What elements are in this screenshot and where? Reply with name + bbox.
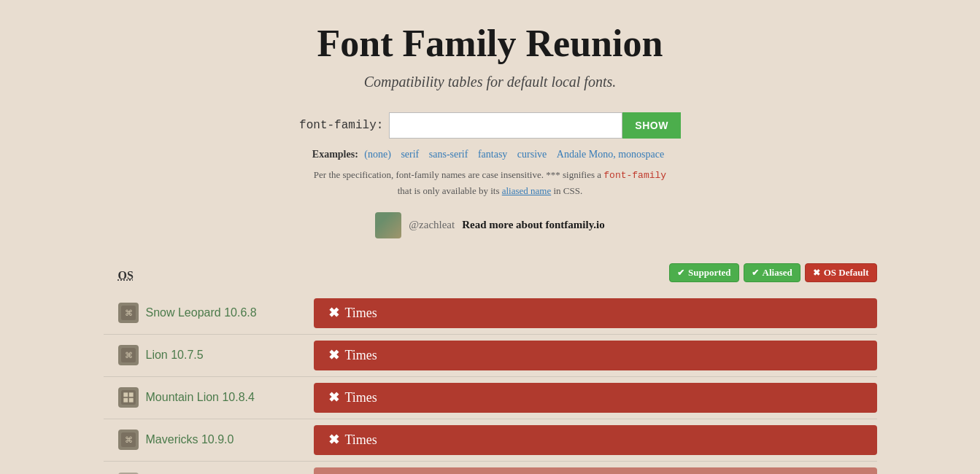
font-name: Times: [345, 306, 377, 321]
os-name: Lion 10.7.5: [146, 349, 204, 362]
example-serif[interactable]: serif: [401, 149, 419, 160]
font-cell: ✖ Times: [308, 335, 877, 376]
spec-note-alias: that is only available by its aliased na…: [398, 185, 582, 196]
example-sans-serif[interactable]: sans-serif: [429, 149, 468, 160]
font-cell: ✖ Times: [308, 377, 877, 419]
author-line: @zachleat Read more about fontfamily.io: [104, 212, 877, 238]
check-icon: [677, 267, 684, 279]
os-name: Snow Leopard 10.6.8: [146, 306, 257, 319]
svg-rect-7: [123, 398, 128, 403]
x-icon: ✖: [328, 389, 339, 405]
os-cell: ⌘ Mavericks 10.9.0: [104, 419, 308, 461]
alias-link[interactable]: aliased name: [502, 185, 552, 196]
svg-text:⌘: ⌘: [124, 308, 132, 317]
x-icon: ✖: [328, 432, 339, 448]
font-badge: ✖ Times: [314, 425, 877, 455]
font-name: Times: [345, 348, 377, 363]
font-badge: ✖ Times: [314, 298, 877, 328]
author-avatar: [375, 212, 401, 238]
svg-rect-6: [128, 392, 133, 397]
svg-text:⌘: ⌘: [124, 351, 132, 360]
table-row: ⌘ Snow Leopard 10.6.8 ✖ Times: [104, 292, 877, 335]
os-name: Mavericks 10.9.0: [146, 433, 234, 446]
page-title: Font Family Reunion: [104, 22, 877, 65]
os-cell: XP (NT 5.1 SP3): [104, 462, 308, 474]
font-name: Times: [345, 432, 377, 448]
svg-text:⌘: ⌘: [124, 435, 132, 444]
os-rows-container: ⌘ Snow Leopard 10.6.8 ✖ Times ⌘ Lion 10.…: [104, 292, 877, 474]
author-handle: @zachleat: [409, 219, 455, 231]
table-row: XP (NT 5.1 SP3) ✖ Times New Roman: [104, 462, 877, 474]
legend-aliased: Aliased: [744, 263, 800, 282]
table-row: ⌘ Mavericks 10.9.0 ✖ Times: [104, 419, 877, 462]
author-avatar-image: [375, 212, 401, 238]
example-andale-mono[interactable]: Andale Mono, monospace: [557, 149, 664, 160]
x-icon: ✖: [328, 347, 339, 363]
os-icon: ⌘: [118, 430, 139, 450]
os-name: Mountain Lion 10.8.4: [146, 391, 255, 404]
os-icon: [118, 387, 139, 408]
svg-rect-5: [123, 392, 128, 397]
font-cell: ✖ Times: [308, 292, 877, 334]
read-more-link[interactable]: Read more about fontfamily.io: [462, 219, 605, 231]
example-cursive[interactable]: cursive: [517, 149, 547, 160]
x-icon-legend: [813, 267, 820, 279]
table-header: OS Supported Aliased OS Default: [104, 259, 877, 292]
font-cell: ✖ Times: [308, 419, 877, 461]
os-cell: Mountain Lion 10.8.4: [104, 377, 308, 419]
legend-os-default: OS Default: [805, 263, 877, 282]
svg-rect-8: [128, 398, 133, 403]
check-icon-2: [752, 267, 759, 279]
os-icon: ⌘: [118, 303, 139, 323]
search-bar: font-family: SHOW: [104, 112, 877, 139]
page-subtitle: Compatibility tables for default local f…: [104, 74, 877, 90]
font-badge: ✖ Times New Roman: [314, 467, 877, 474]
show-button[interactable]: SHOW: [622, 112, 681, 139]
os-column-header: OS: [118, 269, 323, 282]
font-cell: ✖ Times New Roman: [308, 462, 877, 474]
os-icon: ⌘: [118, 345, 139, 365]
examples-line: Examples: (none) serif sans-serif fantas…: [104, 149, 877, 160]
font-name: Times: [345, 390, 377, 405]
os-cell: ⌘ Snow Leopard 10.6.8: [104, 292, 308, 334]
x-icon: ✖: [328, 305, 339, 321]
search-input[interactable]: [389, 112, 622, 139]
legend-supported: Supported: [669, 263, 739, 282]
example-fantasy[interactable]: fantasy: [478, 149, 507, 160]
spec-note: Per the specification, font-family names…: [104, 168, 877, 199]
font-badge: ✖ Times: [314, 341, 877, 370]
font-badge: ✖ Times: [314, 383, 877, 413]
svg-rect-4: [121, 390, 136, 405]
example-none[interactable]: (none): [364, 149, 391, 160]
table-row: Mountain Lion 10.8.4 ✖ Times: [104, 377, 877, 419]
table-row: ⌘ Lion 10.7.5 ✖ Times: [104, 335, 877, 377]
os-cell: ⌘ Lion 10.7.5: [104, 335, 308, 376]
spec-code: font-family: [603, 170, 666, 181]
search-label: font-family:: [299, 119, 383, 132]
examples-label: Examples:: [312, 149, 358, 160]
